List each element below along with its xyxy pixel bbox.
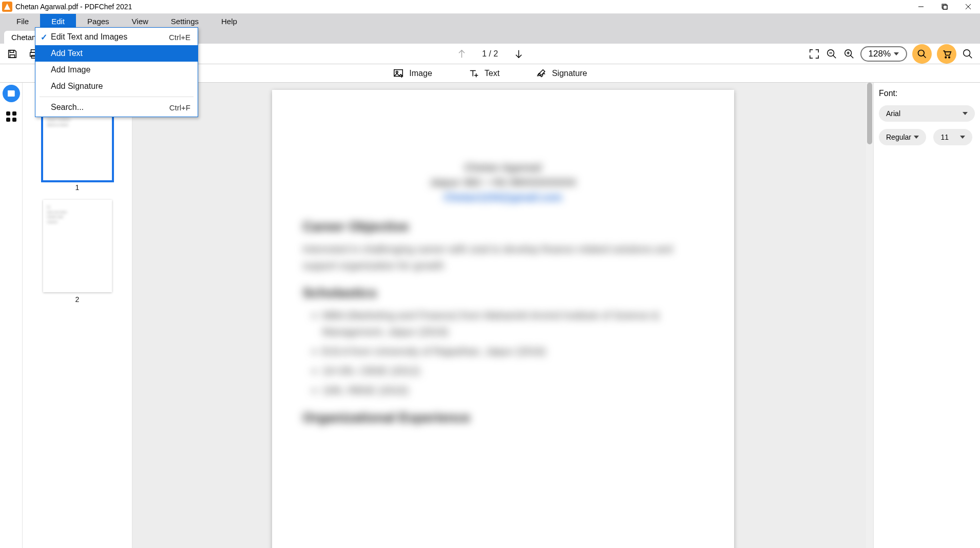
menu-item-label: Search... — [51, 103, 169, 112]
insert-signature-button[interactable]: Signature — [535, 68, 587, 79]
svg-rect-6 — [10, 50, 13, 52]
minimize-button[interactable] — [909, 0, 933, 14]
chevron-down-icon — [914, 136, 919, 139]
zoom-value: 128% — [869, 49, 891, 59]
menu-item-shortcut: Ctrl+E — [169, 33, 190, 42]
menu-help[interactable]: Help — [210, 14, 248, 28]
save-button[interactable] — [6, 48, 18, 60]
scholastic-3: 10+2th, CBSE (2012) — [322, 363, 703, 379]
chevron-down-icon — [960, 136, 965, 139]
thumbnail-1-label: 1 — [75, 183, 80, 192]
side-strip — [0, 83, 23, 548]
chevron-down-icon — [894, 52, 899, 55]
titlebar: Chetan Agarwal.pdf - PDFChef 2021 — [0, 0, 980, 14]
scholastic-1: MBA (Marketing and Finance) from Maharis… — [322, 307, 703, 340]
cart-button[interactable] — [937, 44, 956, 64]
thumbnails-toggle[interactable] — [3, 85, 20, 102]
svg-point-27 — [396, 71, 398, 73]
menu-edit-text-and-images[interactable]: ✓ Edit Text and Images Ctrl+E — [35, 29, 198, 45]
insert-image-button[interactable]: Image — [393, 68, 432, 79]
font-panel: Font: Arial Regular 11 — [873, 83, 980, 548]
prev-page-button[interactable] — [455, 48, 468, 60]
find-button[interactable] — [912, 44, 932, 64]
menu-item-label: Add Image — [51, 65, 190, 74]
app-icon — [2, 2, 12, 12]
page-indicator: 1 / 2 — [482, 49, 498, 59]
maximize-button[interactable] — [933, 0, 956, 14]
grid-view-button[interactable] — [6, 111, 16, 122]
heading-scholastics: Scholastics — [303, 285, 703, 301]
resume-name: Chetan Agarwal — [303, 162, 703, 174]
text-icon — [468, 68, 479, 79]
menu-file[interactable]: File — [5, 14, 40, 28]
insert-text-label: Text — [485, 69, 499, 78]
menu-edit[interactable]: Edit — [40, 14, 76, 28]
menubar: File Edit Pages View Settings Help — [0, 14, 980, 28]
thumbnail-2-label: 2 — [75, 295, 80, 304]
menu-pages[interactable]: Pages — [76, 14, 121, 28]
insert-signature-label: Signature — [552, 69, 587, 78]
image-icon — [393, 68, 404, 79]
menu-separator — [40, 97, 194, 97]
insert-text-button[interactable]: Text — [468, 68, 499, 79]
svg-line-17 — [850, 55, 853, 58]
resume-email: Chetan1234@gmail.com — [303, 192, 703, 203]
menu-item-shortcut: Ctrl+F — [169, 103, 190, 112]
menu-view[interactable]: View — [121, 14, 160, 28]
zoom-in-button[interactable] — [843, 48, 855, 60]
font-size-select[interactable]: 11 — [933, 129, 972, 145]
window-title: Chetan Agarwal.pdf - PDFChef 2021 — [15, 3, 132, 11]
font-weight-select[interactable]: Regular — [879, 129, 926, 145]
app-body: Lorem ipsumdolor sit ametconsecteturadip… — [0, 83, 980, 548]
para-career: Interested in challenging career with ze… — [303, 241, 703, 274]
zoom-select[interactable]: 128% — [860, 46, 907, 62]
menu-add-image[interactable]: Add Image — [35, 62, 198, 78]
menu-item-label: Add Text — [51, 49, 190, 58]
font-size-value: 11 — [940, 133, 949, 141]
fullscreen-button[interactable] — [808, 48, 820, 60]
edit-menu-dropdown: ✓ Edit Text and Images Ctrl+E Add Text A… — [35, 27, 198, 117]
menu-add-text[interactable]: Add Text — [35, 45, 198, 62]
scholastic-4: 10th, RBSE (2010) — [322, 382, 703, 399]
svg-rect-7 — [10, 54, 14, 58]
scholastic-2: B.B.A from University of Rajasthan, Jaip… — [322, 343, 703, 360]
menu-add-signature[interactable]: Add Signature — [35, 78, 198, 95]
font-family-value: Arial — [886, 109, 900, 118]
heading-org: Organizational Experience — [303, 410, 703, 426]
svg-rect-2 — [943, 5, 947, 9]
panel-icon — [7, 89, 16, 98]
svg-point-23 — [949, 56, 950, 58]
thumbnail-2[interactable]: Utenim ad minimveniam quisnostrud — [43, 200, 112, 292]
svg-line-21 — [924, 55, 926, 58]
thumbnail-panel: Lorem ipsumdolor sit ametconsecteturadip… — [23, 83, 132, 548]
svg-rect-35 — [8, 90, 10, 97]
page-1[interactable]: Chetan Agarwal Jaipur 302 ▪ +91 99XXXXXX… — [272, 90, 734, 548]
zoom-out-button[interactable] — [825, 48, 838, 60]
next-page-button[interactable] — [512, 48, 525, 60]
close-button[interactable] — [956, 0, 980, 14]
insert-image-label: Image — [409, 69, 432, 78]
font-panel-heading: Font: — [879, 89, 975, 98]
heading-career: Career Objective — [303, 219, 703, 235]
svg-line-14 — [833, 55, 836, 58]
font-weight-value: Regular — [886, 133, 911, 141]
scroll-handle[interactable] — [867, 83, 872, 144]
vertical-scrollbar[interactable] — [866, 83, 873, 548]
search-button[interactable] — [962, 48, 974, 60]
resume-address: Jaipur 302 ▪ +91 99XXXXXXXX — [303, 177, 703, 188]
svg-point-24 — [964, 49, 970, 56]
menu-item-label: Edit Text and Images — [51, 32, 169, 42]
font-family-select[interactable]: Arial — [879, 105, 975, 122]
svg-line-25 — [969, 55, 972, 58]
menu-item-label: Add Signature — [51, 82, 190, 91]
svg-point-22 — [945, 56, 947, 58]
signature-icon — [535, 68, 547, 79]
chevron-down-icon — [963, 112, 968, 115]
menu-settings[interactable]: Settings — [160, 14, 210, 28]
check-icon: ✓ — [41, 32, 51, 42]
svg-point-20 — [918, 50, 925, 56]
document-area[interactable]: Chetan Agarwal Jaipur 302 ▪ +91 99XXXXXX… — [132, 83, 873, 548]
menu-search[interactable]: Search... Ctrl+F — [35, 99, 198, 116]
